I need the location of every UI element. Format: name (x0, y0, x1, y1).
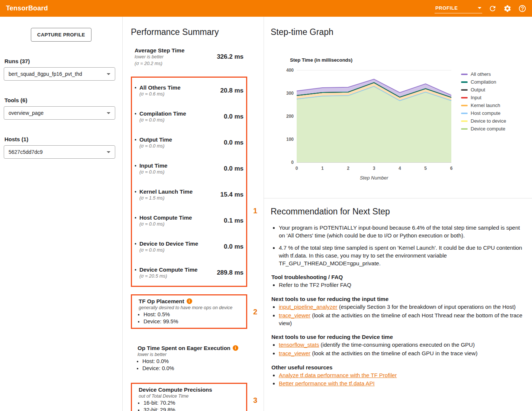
metric-value: 0.0 ms (224, 165, 244, 172)
metric-name: Average Step Time (135, 47, 217, 54)
dashboard-selector[interactable]: PROFILE (435, 4, 482, 13)
metric-name: Device Compute Time (139, 266, 197, 273)
sidebar: CAPTURE PROFILE Runs (37) bert_squad_8gp… (0, 17, 123, 411)
metric-sigma: (σ = 0.0 ms) (139, 247, 198, 253)
list-item: Host: 0.0% (142, 358, 245, 365)
recommendation-item: trace_viewer (look at the activities on … (279, 312, 523, 327)
legend-item: Device to device (461, 117, 506, 125)
hosts-dropdown-value: 5627c5dd7dc9 (9, 149, 43, 155)
annotation-box-2: TF Op Placement i generally desired to h… (131, 294, 247, 329)
annotation-box-1: •All Others Time(σ = 0.6 ms)20.8 ms•Comp… (131, 77, 247, 287)
metric-value: 326.2 ms (217, 53, 244, 61)
recommendation-item: Refer to the TF2 Profiler FAQ (279, 281, 523, 289)
reload-icon[interactable] (488, 4, 497, 13)
chevron-down-icon (107, 112, 110, 114)
metric-name: Kernel Launch Time (139, 188, 193, 195)
metric-value: 0.0 ms (224, 139, 244, 146)
metric-name: Device to Device Time (139, 240, 198, 247)
runs-label: Runs (37) (4, 58, 122, 64)
topbar: TensorBoard PROFILE (0, 0, 532, 17)
tool-link[interactable]: Better performance with the tf.data API (279, 380, 375, 386)
legend-swatch (461, 113, 468, 114)
legend-swatch (461, 128, 468, 130)
step-time-graph-title: Step-time Graph (271, 27, 532, 37)
legend-item: Output (461, 86, 506, 94)
list-item: Device: 99.5% (144, 318, 244, 325)
svg-text:0: 0 (291, 160, 294, 165)
metric-row: •Host Compute Time(σ = 0.0 ms)0.1 ms (132, 208, 246, 234)
bullet-icon: • (135, 162, 136, 175)
gear-icon[interactable] (503, 4, 512, 13)
eager-execution-note: lower is better (138, 352, 245, 357)
metric-name: Host Compute Time (139, 214, 192, 221)
chart-title: Step Time (in milliseconds) (290, 57, 532, 63)
compute-precisions-list: 16-bit: 70.2%32-bit: 29.8% (135, 399, 244, 411)
legend-label: Kernel launch (471, 103, 500, 108)
metric-value: 15.4 ms (220, 191, 244, 198)
svg-text:2: 2 (347, 166, 349, 171)
recommendation-section: Recommendation for Next Step Your progra… (264, 198, 532, 388)
recommendation-item: Better performance with the tf.data API (279, 380, 523, 388)
metric-sigma: (σ = 0.0 ms) (139, 143, 172, 149)
svg-text:200: 200 (286, 114, 294, 119)
bullet-icon: • (135, 188, 136, 201)
metric-sigma: (σ = 20.2 ms) (135, 61, 217, 67)
recommendation-subheading: Next tools to use for reducing the input… (271, 296, 523, 302)
recommendation-bullets: Your program is POTENTIALLY input-bound … (271, 224, 523, 267)
legend-item: Input (461, 94, 506, 101)
eager-execution-title: Op Time Spent on Eager Execution (138, 345, 230, 351)
tools-dropdown-value: overview_page (9, 110, 43, 116)
legend-item: All others (461, 70, 506, 78)
runs-dropdown[interactable]: bert_squad_8gpu_fp16_pvt_thd (4, 67, 115, 81)
svg-text:300: 300 (286, 91, 294, 96)
tool-link[interactable]: Analyze tf.data performance with the TF … (279, 372, 397, 378)
legend-label: All others (471, 71, 491, 77)
recommendation-list: Analyze tf.data performance with the TF … (271, 372, 523, 388)
step-time-graph-section: Step-time Graph Step Time (in millisecon… (264, 17, 532, 184)
help-icon[interactable] (518, 4, 527, 13)
metric-name: Output Time (139, 136, 172, 143)
metric-value: 0.0 ms (224, 243, 244, 250)
tf-op-placement-note: generally desired to have more ops on de… (139, 305, 244, 310)
dashboard-selector-value: PROFILE (435, 5, 458, 11)
metric-value: 20.8 ms (220, 87, 244, 94)
recommendation-list: input_pipeline_analyzer (especially Sect… (271, 303, 523, 327)
bullet-icon: • (135, 214, 136, 227)
metric-row: •Output Time(σ = 0.0 ms)0.0 ms (132, 130, 246, 156)
tf-op-placement-block: TF Op Placement i generally desired to h… (132, 295, 246, 328)
metric-value: 0.0 ms (224, 113, 244, 120)
capture-profile-button[interactable]: CAPTURE PROFILE (31, 28, 91, 42)
bullet-icon: • (135, 240, 136, 253)
metrics-list: •All Others Time(σ = 0.6 ms)20.8 ms•Comp… (132, 78, 246, 286)
metric-value: 0.1 ms (224, 217, 244, 224)
tool-link[interactable]: tensorflow_stats (279, 342, 319, 348)
legend-label: Input (471, 95, 481, 100)
svg-text:3: 3 (373, 166, 375, 171)
metric-sigma: (σ = 0.6 ms) (139, 91, 181, 97)
legend-swatch (461, 89, 468, 91)
recommendation-subheading: Next tools to use for reducing the Devic… (271, 334, 523, 340)
tools-dropdown[interactable]: overview_page (4, 106, 115, 120)
metric-sigma: (σ = 0.0 ms) (139, 117, 186, 123)
tools-label: Tools (6) (4, 97, 122, 103)
tool-link[interactable]: input_pipeline_analyzer (279, 304, 338, 310)
info-icon[interactable]: i (233, 345, 238, 351)
metric-row: •Input Time(σ = 0.0 ms)0.0 ms (132, 156, 246, 182)
hosts-dropdown[interactable]: 5627c5dd7dc9 (4, 145, 115, 159)
right-panel: Step-time Graph Step Time (in millisecon… (264, 17, 532, 411)
metric-sigma: (σ = 20.5 ms) (139, 273, 197, 279)
recommendation-subheading: Tool troubleshooting / FAQ (271, 274, 523, 280)
legend-swatch (461, 74, 468, 75)
legend-swatch (461, 97, 468, 98)
info-icon[interactable]: i (187, 298, 192, 304)
legend-item: Device compute (461, 125, 506, 133)
chevron-down-icon (107, 73, 110, 75)
bullet-icon: • (135, 266, 136, 279)
annotation-number-1: 1 (253, 207, 257, 215)
tool-link[interactable]: trace_viewer (279, 350, 310, 356)
svg-text:400: 400 (286, 68, 294, 73)
app-title: TensorBoard (6, 4, 48, 12)
svg-text:100: 100 (286, 137, 294, 142)
recommendation-bullet: 4.7 % of the total step time sampled is … (279, 244, 523, 267)
tool-link[interactable]: trace_viewer (279, 312, 310, 318)
